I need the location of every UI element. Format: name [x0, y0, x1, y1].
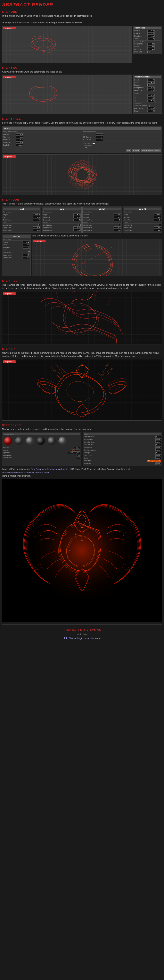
- mat-sphere-4[interactable]: [36, 436, 46, 446]
- step-one-image: Perspective Parameters Radius 1: 90.0 Ra…: [2, 25, 162, 63]
- step-one-header: STEP ONE: [2, 10, 162, 13]
- bend2-modifier-panel: bend #2 Parameters Angle: 55.0 Direction…: [123, 207, 162, 233]
- svg-point-57: [41, 509, 123, 592]
- step-one-section: STEP ONE In this tutorial I will show yo…: [2, 10, 162, 63]
- array-cancel-button[interactable]: Cancel: [132, 149, 140, 152]
- material-spheres-panel: Material Editor Ambient:■ 0,0,0 Diffuse:…: [2, 432, 81, 466]
- website-link[interactable]: http://twistedlogic.deviantart.com: [2, 636, 162, 641]
- mat-sphere-1[interactable]: [3, 436, 13, 446]
- author-name: twistedlogic: [2, 633, 162, 636]
- step-four-header: STEP FOUR: [2, 198, 162, 201]
- svg-point-61: [69, 550, 70, 551]
- mat-sphere-5[interactable]: [46, 436, 57, 446]
- step-six-svg: Perspective: [2, 360, 162, 421]
- step-four-section: STEP FOUR This is where it starts gettin…: [2, 198, 162, 277]
- svg-point-16: [67, 160, 98, 190]
- array-dialog: Array Array Transformation Move X:0.0 Mo…: [2, 126, 162, 153]
- svg-point-54: [59, 437, 67, 445]
- mat-sphere-2[interactable]: [14, 436, 24, 446]
- step-two-section: STEP TWO Apply a noise modifier, with th…: [2, 66, 162, 115]
- svg-point-52: [37, 437, 45, 445]
- step-five-text: This is where the render starts to take …: [2, 283, 162, 290]
- step-six-text: Now you group all the torus'. I cloned t…: [2, 351, 162, 358]
- thanks-text: THANKS FOR VIEWING: [2, 627, 162, 633]
- step-six-header: STEP SIX: [2, 347, 162, 350]
- svg-point-62: [94, 550, 95, 551]
- svg-line-42: [107, 298, 111, 306]
- twist-modifier-panel: twist Parameters Angle: 980.0 Bias: 0.0 …: [2, 207, 41, 233]
- step-two-text: Apply a noise modifier, with the paramet…: [2, 70, 162, 73]
- mat-sphere-6[interactable]: [57, 436, 68, 446]
- bend-modifier-panel: bend Parameters Angle: 90.0 Direction: 0…: [42, 207, 81, 233]
- modifiers-row-2: twist #2 Parameters Angle: 36.0 Bias: 0.…: [2, 234, 162, 277]
- svg-text:Perspective: Perspective: [4, 361, 13, 363]
- step-two-viewport: Perspective Perspective: [2, 75, 132, 115]
- svg-line-38: [41, 291, 45, 299]
- step-four-svg: Perspective: [32, 239, 162, 276]
- step-five-section: STEP FIVE This is where the render start…: [2, 279, 162, 344]
- material-spheres-grid: [3, 436, 80, 446]
- svg-line-41: [94, 291, 97, 299]
- page-container: ABSTRACT RENDER STEP ONE In this tutoria…: [0, 0, 164, 643]
- svg-point-59: [88, 534, 89, 535]
- step-two-image: Perspective Perspective Noise Parameters…: [2, 75, 162, 115]
- svg-point-22: [68, 159, 97, 190]
- step-two-header: STEP TWO: [2, 66, 162, 69]
- page-title: ABSTRACT RENDER: [2, 2, 162, 7]
- final-render-image: [2, 479, 162, 622]
- svg-point-60: [81, 539, 83, 541]
- array-ok-button[interactable]: OK: [126, 149, 131, 152]
- step-four-result: This should leave your torus' looking so…: [32, 234, 162, 277]
- svg-point-49: [4, 437, 12, 445]
- noise-params-panel: Noise Parameters Seed: 0 Scale: 50.0 Fra…: [133, 75, 162, 113]
- svg-line-39: [56, 291, 57, 298]
- step-three-section: STEP THREE Select the torus and apply ar…: [2, 117, 162, 195]
- svg-point-51: [26, 437, 34, 445]
- step-one-text: In this tutorial I will show you how to …: [2, 14, 162, 24]
- step-five-viewport: Perspective: [2, 291, 162, 344]
- step-seven-section: STEP SEVEN Now we add a material to the …: [2, 423, 162, 622]
- step-seven-text: Now we add a material to the render. I u…: [2, 427, 162, 431]
- step-six-section: STEP SIX Now you group all the torus'. I…: [2, 347, 162, 421]
- step-six-viewport: Perspective: [2, 359, 162, 421]
- step-one-panels: Parameters Radius 1: 90.0 Radius 2: 25.0…: [133, 25, 162, 63]
- svg-point-50: [15, 437, 23, 445]
- step-five-svg: Perspective: [2, 291, 162, 344]
- svg-point-25: [71, 169, 94, 180]
- step-three-text: Select the torus and apply array (tools …: [2, 121, 162, 124]
- svg-point-32: [70, 163, 94, 186]
- step-five-header: STEP FIVE: [2, 279, 162, 282]
- svg-text:Perspective: Perspective: [4, 156, 13, 158]
- step-four-viewport: Perspective: [32, 239, 162, 277]
- step-three-svg: Perspective: [2, 154, 162, 195]
- svg-text:Perspective: Perspective: [4, 293, 13, 294]
- mat-sphere-3[interactable]: [25, 436, 35, 446]
- step-two-panels: Noise Parameters Seed: 0 Scale: 50.0 Fra…: [133, 75, 162, 115]
- step-seven-header: STEP SEVEN: [2, 423, 162, 426]
- svg-point-27: [70, 163, 94, 186]
- final-render-svg: [2, 479, 162, 622]
- svg-point-14: [67, 164, 98, 185]
- stretch-modifier-panel: stretch Parameters Stretch: 0.7 Amplify:…: [83, 207, 122, 233]
- step-seven-credit: I used #32 of Smashmethod (http://smashm…: [2, 467, 162, 477]
- twist2-modifier-panel: twist #2 Parameters Angle: 36.0 Bias: 0.…: [2, 234, 31, 277]
- step-four-text: This is where it starts getting complica…: [2, 202, 162, 205]
- svg-point-53: [48, 437, 56, 445]
- material-editor: Material Editor Ambient:■ 0,0,0 Diffuse:…: [2, 432, 162, 466]
- credits-section: THANKS FOR VIEWING twistedlogic http://t…: [2, 627, 162, 641]
- array-reset-button[interactable]: Reset All Parameters: [141, 149, 161, 152]
- svg-point-58: [75, 533, 76, 535]
- svg-point-26: [70, 165, 95, 184]
- footer-divider: [2, 624, 162, 625]
- step-one-viewport: Perspective: [2, 25, 132, 63]
- svg-rect-46: [2, 360, 162, 421]
- modifiers-row-1: twist Parameters Angle: 980.0 Bias: 0.0 …: [2, 207, 162, 233]
- step-three-viewport: Perspective: [2, 154, 162, 195]
- torus-params-panel: Parameters Radius 1: 90.0 Radius 2: 25.0…: [133, 25, 162, 54]
- svg-text:Perspective: Perspective: [34, 240, 43, 242]
- material-map-panel: Maps Ambient Color:None Diffuse Color:No…: [83, 432, 162, 466]
- step-three-header: STEP THREE: [2, 117, 162, 120]
